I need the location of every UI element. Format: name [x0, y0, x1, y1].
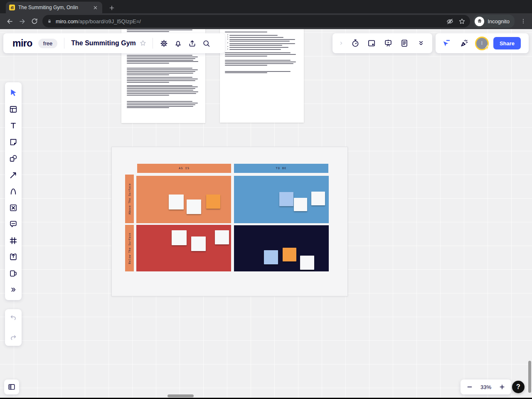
redo-icon[interactable] [7, 332, 19, 343]
menu-dots-icon[interactable] [517, 15, 530, 27]
search-icon[interactable] [200, 36, 214, 50]
image-placeholder-icon[interactable] [7, 202, 19, 214]
share-button[interactable]: Share [493, 37, 521, 49]
matrix-row-label[interactable]: Below The Surface [125, 225, 134, 271]
incognito-label: Incognito [488, 18, 510, 25]
expand-chevron-icon[interactable] [337, 36, 346, 50]
frame-icon[interactable] [7, 235, 19, 246]
zoom-controls: 33% [461, 379, 511, 394]
sticky-note[interactable] [172, 230, 187, 245]
miro-favicon-icon [9, 5, 15, 10]
notifications-bell-icon[interactable] [171, 36, 185, 50]
url-text: miro.com/app/board/o9J_l5QIzpE=/ [56, 18, 141, 25]
doc-paragraph [225, 71, 298, 74]
undo-icon[interactable] [7, 312, 19, 323]
timer-icon[interactable] [348, 36, 362, 50]
doc-paragraph [127, 30, 200, 32]
sticky-note[interactable] [279, 192, 293, 206]
shapes-icon[interactable] [7, 153, 19, 164]
sticky-note[interactable] [264, 250, 278, 264]
doc-paragraph [127, 77, 200, 83]
reactions-party-icon[interactable] [457, 36, 471, 50]
collaboration-card: I Share [436, 33, 529, 53]
presentation-icon[interactable] [381, 36, 395, 50]
avatar[interactable]: I [475, 37, 489, 50]
favorite-star-icon[interactable] [136, 36, 150, 50]
browser-toolbar: miro.com/app/board/o9J_l5QIzpE=/ Incogni… [0, 13, 532, 29]
follow-cursor-icon[interactable] [439, 36, 453, 50]
board-header-card: miro free The Summiting Gym [3, 33, 225, 53]
comment-icon[interactable] [7, 218, 19, 230]
forward-icon[interactable] [16, 15, 28, 27]
sticky-note[interactable] [206, 195, 220, 209]
plan-badge[interactable]: free [38, 39, 57, 48]
back-icon[interactable] [3, 15, 16, 27]
tab-title: The Summiting Gym, Onlin [18, 5, 84, 10]
upload-icon[interactable] [7, 251, 19, 263]
reload-icon[interactable] [28, 15, 41, 27]
sticky-note[interactable] [311, 192, 325, 205]
matrix-column-header[interactable]: AS IS [137, 164, 231, 173]
frames-panel-toggle[interactable] [4, 379, 19, 394]
matrix-column-header[interactable]: TO BE [234, 164, 328, 173]
zoom-out-icon[interactable] [465, 382, 475, 392]
attention-card-icon[interactable] [365, 36, 379, 50]
horizontal-scrollbar[interactable] [167, 394, 194, 397]
matrix-quadrant-to-be-below[interactable] [234, 225, 329, 271]
miro-logo[interactable]: miro [12, 39, 32, 48]
select-cursor-icon[interactable] [7, 87, 19, 99]
close-tab-icon[interactable] [91, 4, 99, 11]
bookmark-star-icon[interactable] [458, 17, 466, 25]
pen-icon[interactable] [7, 185, 19, 197]
document-page[interactable] [220, 29, 304, 123]
doc-paragraph [127, 55, 200, 64]
sticky-note[interactable] [294, 198, 307, 211]
doc-paragraph [127, 68, 200, 75]
help-button[interactable]: ? [512, 381, 525, 393]
sticky-note[interactable] [191, 236, 206, 251]
browser-tab[interactable]: The Summiting Gym, Onlin [6, 2, 102, 13]
address-bar[interactable]: miro.com/app/board/o9J_l5QIzpE=/ [42, 15, 470, 27]
lock-icon [47, 18, 52, 24]
templates-icon[interactable] [7, 103, 19, 115]
sticky-note[interactable] [169, 195, 184, 209]
creation-toolbar [5, 82, 22, 300]
more-tools-icon[interactable] [7, 284, 19, 296]
tab-title-fade [81, 3, 91, 12]
sticky-note[interactable] [215, 230, 229, 244]
matrix-frame[interactable]: AS ISTO BEAbove The SurfaceBelow The Sur… [111, 147, 348, 296]
vertical-scrollbar[interactable] [528, 361, 531, 393]
doc-paragraph [225, 52, 298, 57]
matrix-row-label[interactable]: Above The Surface [125, 175, 134, 223]
doc-paragraph [127, 85, 200, 96]
text-icon[interactable] [7, 120, 19, 131]
sticky-note[interactable] [300, 256, 314, 270]
cards-icon[interactable] [7, 268, 19, 279]
eye-off-icon[interactable] [446, 17, 454, 25]
avatar-initial: I [481, 40, 483, 46]
board-canvas[interactable]: AS ISTO BEAbove The SurfaceBelow The Sur… [0, 29, 532, 398]
divider [64, 38, 64, 49]
new-tab-icon[interactable] [107, 3, 116, 12]
board-title[interactable]: The Summiting Gym [71, 39, 136, 47]
incognito-icon [475, 17, 484, 26]
zoom-level[interactable]: 33% [480, 384, 491, 390]
doc-bullet-list [225, 34, 298, 50]
notes-icon[interactable] [397, 36, 411, 50]
sticky-note-icon[interactable] [7, 136, 19, 148]
lightning-bolt-icon [484, 44, 490, 51]
doc-paragraph [225, 32, 298, 32]
sticky-note[interactable] [187, 200, 201, 214]
export-icon[interactable] [185, 36, 200, 50]
doc-paragraph [127, 101, 200, 108]
facilitation-tools-card [332, 33, 432, 53]
doc-paragraph [225, 60, 298, 66]
sticky-note[interactable] [283, 248, 296, 261]
browser-tab-strip: The Summiting Gym, Onlin [0, 0, 532, 13]
more-tools-chevron-icon[interactable] [414, 36, 428, 50]
settings-gear-icon[interactable] [157, 36, 171, 50]
connection-line-icon[interactable] [7, 169, 19, 181]
zoom-in-icon[interactable] [497, 382, 507, 392]
history-card [5, 309, 22, 346]
divider [153, 38, 153, 49]
